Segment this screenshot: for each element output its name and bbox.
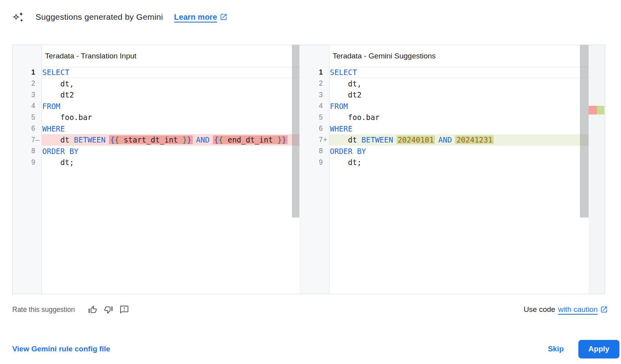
token-kw: AND xyxy=(438,135,452,144)
code-line[interactable]: 8ORDER BY xyxy=(299,146,589,157)
word-diff-highlight: 20240101 xyxy=(397,135,435,144)
line-number-text: 6 xyxy=(319,124,323,133)
diff-marker-deletion xyxy=(589,106,597,114)
line-number: 7+ xyxy=(299,134,329,146)
line-number-text: 3 xyxy=(319,91,323,99)
code-line-content: ORDER BY xyxy=(42,146,299,157)
code-line[interactable]: 3 dt2 xyxy=(13,89,299,101)
code-editor-input[interactable]: 1SELECT2 dt,3 dt24FROM5 foo.bar6WHERE7– … xyxy=(13,67,299,168)
code-line-content: dt, xyxy=(329,78,589,90)
diff-sign: + xyxy=(323,136,329,144)
line-number-text: 2 xyxy=(319,79,323,88)
token: dt; xyxy=(42,158,74,167)
thumbs-down-button[interactable] xyxy=(104,304,114,315)
thumbs-up-button[interactable] xyxy=(88,304,98,315)
line-number: 5 xyxy=(13,112,42,123)
word-diff-highlight: {{ start_dt_int }} xyxy=(109,135,193,144)
line-number: 2 xyxy=(299,78,329,90)
rate-row: Rate this suggestion Use code with cauti… xyxy=(12,303,608,316)
thumbs-down-icon xyxy=(104,305,113,315)
token xyxy=(330,135,348,144)
code-line[interactable]: 5 foo.bar xyxy=(299,112,589,123)
code-line-content: dt; xyxy=(42,157,299,168)
panel-title: Teradata - Translation Input xyxy=(45,52,136,60)
code-line[interactable]: 3 dt2 xyxy=(299,89,589,101)
token: foo.bar xyxy=(330,113,380,122)
line-number-text: 7 xyxy=(319,136,323,144)
code-line[interactable]: 9 dt; xyxy=(299,157,589,168)
scrollbar-thumb[interactable] xyxy=(580,45,589,218)
line-number: 3 xyxy=(13,89,42,101)
code-line-content: SELECT xyxy=(42,67,299,78)
line-number-text: 9 xyxy=(319,158,323,167)
token-brb: { xyxy=(214,135,218,144)
line-number: 2 xyxy=(13,78,42,90)
feedback-icon xyxy=(119,305,129,315)
header: Suggestions generated by Gemini Learn mo… xyxy=(12,11,228,23)
token-kw: WHERE xyxy=(42,124,65,133)
code-line[interactable]: 9 dt; xyxy=(13,157,299,168)
token: dt xyxy=(60,135,70,144)
code-line[interactable]: 4FROM xyxy=(299,101,589,112)
code-line[interactable]: 5 foo.bar xyxy=(13,112,299,123)
code-line-content: WHERE xyxy=(329,123,589,135)
learn-more-link[interactable]: Learn more xyxy=(174,13,228,22)
code-line[interactable]: 2 dt, xyxy=(299,78,589,90)
code-line[interactable]: 4FROM xyxy=(13,101,299,112)
diff-marker-insertion xyxy=(597,106,604,114)
word-diff-highlight: 20241231 xyxy=(455,135,494,144)
line-number-text: 1 xyxy=(31,68,35,77)
line-number: 6 xyxy=(299,123,329,135)
thumbs-up-icon xyxy=(88,305,98,315)
actions-row: View Gemini rule config file Skip Apply xyxy=(12,340,619,358)
panel-title: Teradata - Gemini Suggestions xyxy=(333,52,436,60)
token-brg: { xyxy=(218,135,223,144)
code-line[interactable]: 1SELECT xyxy=(299,67,589,78)
token: start_dt_int xyxy=(119,135,183,144)
token-kw: AND xyxy=(196,135,209,144)
line-number-text: 7 xyxy=(31,136,35,144)
code-line-content: foo.bar xyxy=(42,112,299,123)
open-in-new-icon xyxy=(600,306,608,313)
open-in-new-icon xyxy=(220,13,228,21)
word-diff-highlight: {{ end_dt_int }} xyxy=(213,135,288,144)
token xyxy=(192,135,196,144)
code-line-content: WHERE xyxy=(42,123,299,135)
line-number: 6 xyxy=(13,123,42,135)
code-editor-suggestions[interactable]: 1SELECT2 dt,3 dt24FROM5 foo.bar6WHERE7+ … xyxy=(299,67,589,168)
line-number: 8 xyxy=(13,146,42,157)
scrollbar-thumb[interactable] xyxy=(292,45,299,218)
view-rule-config-link[interactable]: View Gemini rule config file xyxy=(12,345,110,353)
code-line-content: dt; xyxy=(329,157,589,168)
token-kw: FROM xyxy=(42,102,60,111)
code-line[interactable]: 1SELECT xyxy=(13,67,299,78)
feedback-button[interactable] xyxy=(119,304,130,315)
line-number: 4 xyxy=(299,101,329,112)
token-brb: } xyxy=(282,135,286,144)
token-kw: FROM xyxy=(330,102,348,111)
token-kw: SELECT xyxy=(42,68,70,77)
with-caution-link[interactable]: with caution xyxy=(558,305,598,314)
apply-button[interactable]: Apply xyxy=(578,340,619,358)
code-line[interactable]: 2 dt, xyxy=(13,78,299,90)
line-number: 7– xyxy=(13,134,42,146)
code-line[interactable]: 7+ dt BETWEEN 20240101 AND 20241231 xyxy=(299,134,589,146)
token-kw: SELECT xyxy=(330,68,357,77)
token: dt; xyxy=(330,158,361,167)
code-line-content: dt BETWEEN 20240101 AND 20241231 xyxy=(329,134,589,146)
code-line[interactable]: 7– dt BETWEEN {{ start_dt_int }} AND {{ … xyxy=(13,134,299,146)
skip-button[interactable]: Skip xyxy=(548,345,564,353)
code-line-content: dt BETWEEN {{ start_dt_int }} AND {{ end… xyxy=(42,134,299,146)
scrollbar-left[interactable] xyxy=(292,45,299,294)
diff-overview-ruler xyxy=(589,45,605,294)
token xyxy=(434,135,438,144)
line-number-text: 8 xyxy=(319,147,323,155)
diff-sign: – xyxy=(35,136,42,144)
scrollbar-right[interactable] xyxy=(580,45,589,294)
panel-header: Teradata - Translation Input xyxy=(13,45,299,67)
token: dt, xyxy=(330,79,361,88)
token-kw: ORDER BY xyxy=(42,147,79,156)
code-line[interactable]: 8ORDER BY xyxy=(13,146,299,157)
code-line[interactable]: 6WHERE xyxy=(13,123,299,135)
code-line[interactable]: 6WHERE xyxy=(299,123,589,135)
